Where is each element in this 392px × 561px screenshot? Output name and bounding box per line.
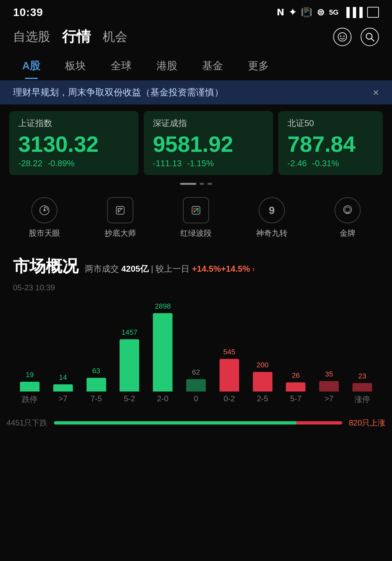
bar-col-6: 545: [213, 348, 246, 392]
jiuzhuan-label: 神奇九转: [256, 228, 287, 238]
progress-track: [54, 421, 342, 425]
scroll-dot-3: [207, 183, 212, 185]
bar-value-6: 545: [223, 348, 235, 356]
index-value-szcz: 9581.92: [153, 133, 264, 155]
tab-global[interactable]: 全球: [98, 53, 144, 79]
index-change-abs-shzs: -28.22: [18, 158, 42, 168]
nav-zixugu[interactable]: 自选股: [13, 28, 50, 45]
bar-label-3: 5-2: [113, 394, 146, 405]
scroll-indicator: [0, 178, 392, 189]
index-change-szcz: -111.13 -1.15%: [153, 158, 264, 168]
market-title: 市场概况: [13, 255, 78, 277]
bottom-progress: 4451只下跌 820只上涨: [7, 418, 385, 428]
index-change-bz50: -2.46 -0.31%: [287, 158, 374, 168]
index-card-shzs[interactable]: 上证指数 3130.32 -28.22 -0.89%: [9, 111, 139, 175]
bar-rect-6: [220, 359, 239, 392]
nav-jihui[interactable]: 机会: [103, 28, 127, 45]
tab-sector[interactable]: 板块: [53, 53, 98, 79]
scroll-dot-1: [180, 183, 196, 185]
bar-rect-4: [153, 313, 172, 392]
tools-row: 股市天眼 抄底大师 红绿波段 9 神奇九转: [0, 189, 392, 245]
separator: |: [151, 264, 155, 274]
tool-gushi-tianyan[interactable]: 股市天眼: [7, 197, 82, 238]
bar-col-2: 63: [80, 367, 113, 392]
tab-more[interactable]: 更多: [236, 53, 281, 79]
signal-5g-icon: 5G: [329, 8, 338, 17]
top-nav: 自选股 行情 机会: [0, 22, 392, 53]
bar-value-7: 200: [256, 361, 269, 369]
jinpai-icon: [335, 197, 361, 223]
index-change-pct-shzs: -0.89%: [48, 158, 74, 168]
bar-col-3: 1457: [113, 328, 146, 392]
bar-col-5: 62: [179, 368, 213, 392]
compare-label: 较上一日: [155, 264, 189, 274]
bar-rect-0: [20, 382, 40, 392]
index-card-szcz[interactable]: 深证成指 9581.92 -111.13 -1.15%: [144, 111, 273, 175]
status-icons: 𝗡 ✦ 📳 ⊜ 5G ▐▐▐: [277, 7, 379, 18]
bar-col-7: 200: [246, 361, 279, 392]
svg-line-10: [118, 208, 122, 212]
svg-line-4: [371, 39, 374, 41]
tool-hong-lv[interactable]: 红绿波段: [158, 197, 234, 238]
svg-point-1: [340, 36, 341, 37]
wifi-icon: ⊜: [317, 7, 324, 18]
bar-label-2: 7-5: [80, 394, 113, 405]
tool-jiuzhuan[interactable]: 9 神奇九转: [234, 197, 310, 238]
two-market-label: 两市成交: [85, 264, 119, 274]
index-change-pct-szcz: -1.15%: [187, 158, 214, 168]
bar-label-8: 5-7: [279, 394, 313, 405]
bar-label-0: 跌停: [13, 394, 46, 405]
banner-text: 理财早规划，周末争取双份收益（基金投资需谨慎）: [13, 86, 223, 99]
bar-value-1: 14: [59, 373, 67, 382]
bar-rect-2: [87, 378, 106, 392]
chao-di-icon: [107, 197, 133, 223]
bar-value-3: 1457: [122, 328, 138, 337]
bar-col-1: 14: [46, 373, 80, 392]
signal-bars-icon: ▐▐▐: [343, 7, 363, 18]
bar-rect-9: [319, 381, 339, 392]
bar-col-9: 35: [312, 370, 346, 392]
bar-col-8: 26: [279, 371, 313, 392]
tab-hk[interactable]: 港股: [144, 53, 190, 79]
bar-rect-1: [53, 384, 73, 392]
market-arrow: ›: [253, 265, 255, 273]
nav-hangqing[interactable]: 行情: [62, 27, 91, 46]
index-cards: 上证指数 3130.32 -28.22 -0.89% 深证成指 9581.92 …: [0, 104, 392, 178]
index-change-abs-szcz: -111.13: [153, 158, 182, 168]
nav-icons: [333, 28, 379, 46]
bar-label-5: 0: [179, 394, 213, 405]
bar-label-10: 涨停: [346, 394, 379, 405]
banner-close-button[interactable]: ×: [373, 87, 379, 99]
tool-chao-di[interactable]: 抄底大师: [82, 197, 158, 238]
tab-a-stock[interactable]: A股: [10, 53, 53, 79]
index-card-bz50[interactable]: 北证50 787.84 -2.46 -0.31%: [278, 111, 383, 175]
svg-point-0: [338, 33, 347, 41]
progress-label-right: 820只上涨: [349, 418, 385, 428]
index-name-bz50: 北证50: [287, 118, 374, 129]
svg-point-2: [343, 36, 345, 37]
banner: 理财早规划，周末争取双份收益（基金投资需谨慎） ×: [0, 80, 392, 104]
tab-fund[interactable]: 基金: [190, 53, 236, 79]
bar-chart: 1914631457289862545200263523: [7, 300, 385, 392]
bar-value-9: 35: [325, 370, 333, 378]
nav-links: 自选股 行情 机会: [13, 27, 127, 46]
hong-lv-icon: [183, 197, 209, 223]
bar-value-0: 19: [26, 371, 34, 379]
bar-col-0: 19: [13, 371, 46, 392]
index-change-abs-bz50: -2.46: [287, 158, 307, 168]
market-date: 05-23 10:39: [13, 280, 379, 300]
bar-rect-10: [352, 383, 372, 392]
search-icon[interactable]: [361, 28, 379, 46]
index-change-shzs: -28.22 -0.89%: [18, 158, 129, 168]
total-amount-value: 4205亿: [121, 264, 149, 274]
jinpai-label: 金牌: [340, 228, 355, 238]
vibrate-icon: 📳: [301, 7, 312, 18]
market-section: 市场概况 两市成交 4205亿 | 较上一日 +14.5%+14.5% › 05…: [0, 245, 392, 300]
bar-value-5: 62: [192, 368, 200, 377]
index-name-szcz: 深证成指: [153, 118, 264, 129]
bar-label-4: 2-0: [146, 394, 179, 405]
tool-jinpai[interactable]: 金牌: [310, 197, 385, 238]
battery-icon: [367, 7, 379, 18]
face-icon[interactable]: [333, 28, 351, 46]
bar-label-9: >7: [312, 394, 346, 405]
